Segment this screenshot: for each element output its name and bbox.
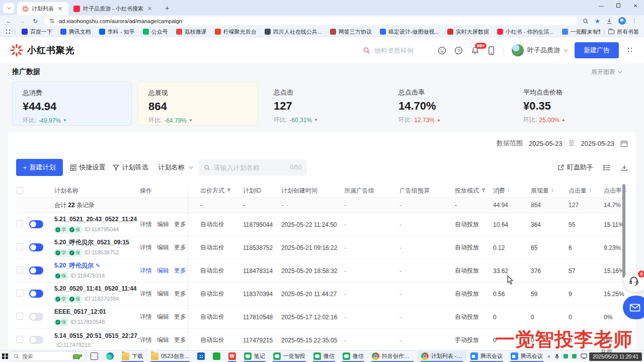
browser-profile-avatar[interactable]	[618, 17, 626, 25]
row-status-toggle[interactable]	[29, 336, 43, 344]
row-checkbox[interactable]	[16, 336, 23, 343]
feedback-smiley-icon[interactable]	[438, 46, 446, 55]
table-column-header[interactable]: 操作	[140, 187, 200, 195]
action-edit[interactable]: 编辑	[157, 290, 169, 298]
expand-chart-toggle[interactable]: 展开图表	[591, 68, 621, 76]
action-detail[interactable]: 详情	[140, 313, 152, 321]
column-settings-icon[interactable]	[603, 164, 611, 171]
app-launcher-icon[interactable]	[627, 47, 634, 54]
new-plan-button[interactable]: + 新建计划	[16, 159, 63, 176]
logo[interactable]: 小红书聚光	[10, 44, 75, 57]
row-checkbox[interactable]	[16, 243, 23, 250]
taskbar-app[interactable]: 0523创意...	[147, 351, 193, 362]
plan-name[interactable]: 5.20_0520_11:41_0520_11:44	[54, 285, 137, 292]
display-icon[interactable]	[581, 353, 587, 359]
table-column-header[interactable]: 计划ID	[243, 187, 281, 195]
action-detail[interactable]: 详情	[140, 220, 152, 229]
action-edit[interactable]: 编辑	[157, 266, 169, 275]
row-status-toggle[interactable]	[29, 266, 43, 275]
bookmark-item[interactable]: 百度一下	[19, 28, 55, 36]
search-field-select[interactable]: 计划名称	[158, 163, 192, 172]
table-column-header[interactable]: 所属广告组	[344, 187, 399, 195]
minimize-button[interactable]: —	[593, 0, 610, 11]
plan-name[interactable]: 5.20_呼伦贝尔_0521_09:15	[54, 239, 129, 246]
action-detail[interactable]: 详情	[140, 266, 152, 275]
tray-expand-icon[interactable]: ∧	[547, 354, 551, 359]
action-edit[interactable]: 编辑	[157, 243, 169, 252]
taskbar-app[interactable]	[225, 351, 239, 362]
plan-name[interactable]: 5.14_0515_20:51_0515_22:27_0515_22:30_05…	[54, 332, 140, 339]
action-more[interactable]: 更多	[174, 313, 186, 321]
download-icon[interactable]	[606, 18, 612, 24]
stat-card[interactable]: 总消费 ¥44.94 环比: -49.97% ▼	[12, 81, 132, 126]
action-more[interactable]: 更多	[174, 266, 186, 275]
action-edit[interactable]: 编辑	[157, 313, 169, 321]
table-column-header[interactable]: 消费 ▲▼	[493, 187, 531, 195]
action-more[interactable]: 更多	[174, 243, 186, 252]
row-status-toggle[interactable]	[29, 243, 43, 251]
sort-icon[interactable]: ▲▼	[507, 188, 510, 193]
table-column-header[interactable]: 投放模式	[455, 187, 493, 195]
new-tab-button[interactable]: +	[162, 3, 172, 13]
browser-tab[interactable]: 叶子品质游 - 小红书搜索 ✕	[68, 2, 158, 15]
table-scrollbar[interactable]	[622, 184, 625, 278]
plan-search-box[interactable]: 0/50	[199, 159, 307, 175]
tab-search-button[interactable]	[3, 3, 14, 13]
bookmark-item[interactable]: 稿定设计-做图做视...	[377, 28, 442, 36]
plan-name[interactable]: EEEE_0517_12:01	[54, 308, 106, 315]
action-detail[interactable]: 详情	[140, 243, 152, 252]
taskbar-search-input[interactable]	[22, 353, 67, 359]
date-from[interactable]: 2025-05-23	[529, 140, 562, 147]
action-more[interactable]: 更多	[174, 290, 186, 298]
sort-icon[interactable]: ▲▼	[589, 188, 592, 193]
taskbar-app[interactable]: 笔记	[240, 351, 269, 362]
calendar-icon[interactable]	[620, 140, 628, 147]
browser-menu-icon[interactable]: ⋮	[632, 18, 637, 24]
export-download-icon[interactable]	[621, 164, 628, 171]
taskbar-app[interactable]: 计划列表 - ...	[418, 351, 466, 362]
bookmark-item[interactable]: 实时大屏数据	[444, 28, 492, 36]
row-status-toggle[interactable]	[29, 290, 43, 298]
bookmark-item[interactable]: 柠檬聚光后台	[212, 28, 260, 36]
select-all-checkbox[interactable]	[16, 187, 23, 194]
taskbar-search[interactable]	[9, 351, 86, 361]
table-column-header[interactable]: 广告组预算	[399, 187, 455, 195]
bookmark-item[interactable]: 腾讯文档	[57, 28, 94, 36]
date-range-picker[interactable]: 数据范围 2025-05-23 至 2025-05-23	[497, 139, 628, 152]
table-column-header[interactable]: 出价方式	[200, 187, 243, 195]
maximize-button[interactable]	[610, 0, 627, 11]
close-button[interactable]: ✕	[627, 0, 644, 11]
microphone-icon[interactable]	[554, 353, 559, 359]
row-checkbox[interactable]	[16, 290, 23, 297]
action-more[interactable]: 更多	[174, 336, 186, 344]
sort-icon[interactable]: ▲▼	[551, 188, 554, 193]
site-settings-tune-icon[interactable]	[49, 18, 55, 24]
bookmark-item[interactable]: 公众号	[140, 28, 171, 36]
monitor-assistant-button[interactable]: 盯盘助手	[557, 163, 593, 172]
forward-button[interactable]: →	[18, 18, 26, 25]
row-status-toggle[interactable]	[29, 220, 43, 228]
bookmark-star-icon[interactable]: ★	[595, 18, 600, 25]
stat-card[interactable]: 总点击率 14.70% 环比: 12.73% ▲	[388, 81, 507, 126]
taskbar-app[interactable]	[209, 351, 224, 362]
action-detail[interactable]: 详情	[140, 290, 152, 298]
table-column-header[interactable]: 计划名称	[54, 187, 140, 195]
help-icon[interactable]: ?	[454, 46, 463, 55]
table-column-header[interactable]: 点击量 ▲▼	[569, 187, 604, 195]
filter-icon[interactable]	[226, 188, 231, 193]
all-bookmarks[interactable]: | 所有书签	[602, 28, 639, 36]
taskbar-app[interactable]	[103, 351, 117, 362]
edit-pencil-icon[interactable]: ✎	[96, 262, 100, 268]
taskbar-app[interactable]: 微信	[310, 351, 338, 362]
notification-bell-icon[interactable]: 99+	[471, 46, 479, 55]
bookmark-item[interactable]: 网签三方协议	[327, 28, 375, 36]
reload-button[interactable]: ↻	[31, 18, 39, 25]
action-more[interactable]: 更多	[174, 220, 186, 229]
row-checkbox[interactable]	[16, 313, 23, 320]
bookmark-item[interactable]: 荔枝微课	[173, 28, 210, 36]
customer-service-button[interactable]: 0	[624, 269, 644, 292]
zoom-page-icon[interactable]	[583, 18, 589, 24]
stat-card[interactable]: 总展现 864 环比: -64.79% ▼	[138, 81, 258, 126]
filter-icon[interactable]	[481, 188, 486, 193]
account-switcher[interactable]: 叶子品质游	[512, 44, 567, 56]
